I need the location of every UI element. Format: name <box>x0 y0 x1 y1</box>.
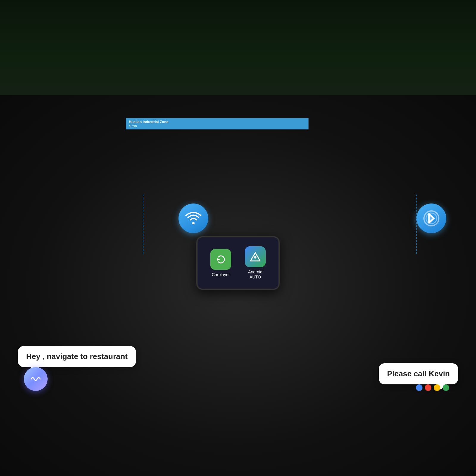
background-forest <box>0 0 476 95</box>
android-auto-app[interactable]: AndroidAUTO <box>245 246 266 280</box>
android-auto-label: AndroidAUTO <box>248 270 262 280</box>
siri-text: Hey , navigate to restaurant <box>26 352 128 361</box>
svg-point-36 <box>192 222 195 224</box>
google-dot-blue <box>416 384 422 391</box>
connector-line-right <box>416 195 416 254</box>
siri-voice-bubble: Hey , navigate to restaurant <box>18 346 136 385</box>
svg-point-39 <box>215 253 227 265</box>
wifi-icon <box>178 203 208 233</box>
google-dot-green <box>443 384 449 391</box>
carplayer-label: Carplayer <box>212 272 230 277</box>
map-destination: Hualian Industrial Zone <box>129 120 306 124</box>
google-dot-yellow <box>434 384 440 391</box>
carplayer-app[interactable]: Carplayer <box>210 249 231 277</box>
connector-line-left <box>143 195 143 254</box>
map-header: Hualian Industrial Zone 4 min <box>126 118 309 129</box>
svg-point-43 <box>29 372 43 386</box>
siri-icon <box>24 367 48 391</box>
phone-device: Carplayer AndroidAUTO <box>196 236 280 290</box>
google-dot-red <box>425 384 431 391</box>
google-assistant-icon <box>416 384 449 391</box>
map-eta: 4 min <box>129 124 306 128</box>
google-text: Please call Kevin <box>387 369 450 378</box>
page-root: Make driving Smart Play <box>0 0 476 476</box>
siri-speech-bubble: Hey , navigate to restaurant <box>18 346 136 367</box>
google-voice-bubble: Please call Kevin <box>379 363 458 385</box>
google-speech-bubble: Please call Kevin <box>379 363 458 384</box>
bluetooth-icon <box>416 203 446 233</box>
android-auto-icon[interactable] <box>245 246 266 267</box>
svg-point-42 <box>254 256 256 259</box>
carplayer-icon[interactable] <box>210 249 231 270</box>
